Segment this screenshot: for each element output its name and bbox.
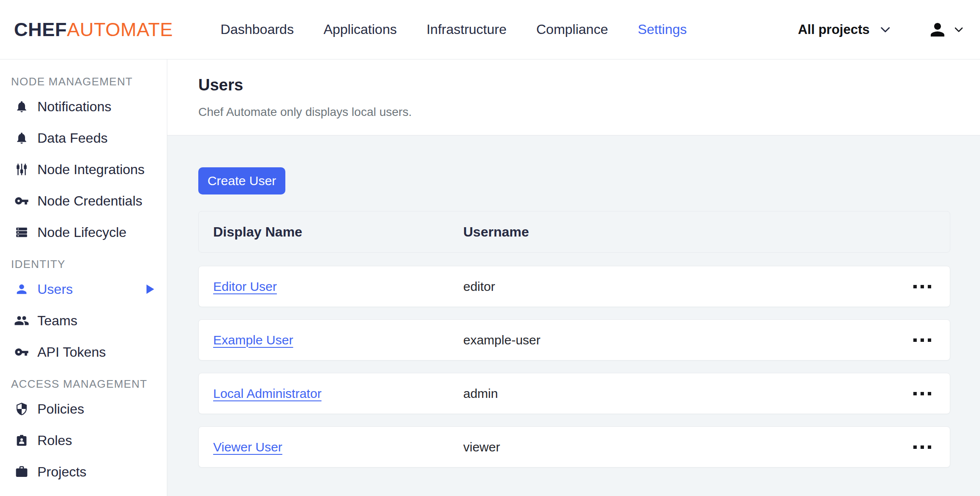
- username-cell: editor: [463, 279, 907, 294]
- row-more-actions-icon[interactable]: [912, 280, 933, 293]
- table-row: Example User example-user: [198, 319, 950, 361]
- sidebar-item-label: Users: [37, 282, 73, 297]
- nav-item-applications[interactable]: Applications: [324, 22, 397, 37]
- bell-icon: [14, 100, 30, 113]
- chef-automate-logo[interactable]: CHEFAUTOMATE: [14, 19, 173, 41]
- row-more-actions-icon[interactable]: [912, 440, 933, 454]
- sidebar-item-label: Data Feeds: [37, 130, 107, 146]
- column-header-username: Username: [463, 224, 907, 240]
- sidebar-item-node-integrations[interactable]: Node Integrations: [11, 154, 167, 185]
- top-nav: Dashboards Applications Infrastructure C…: [220, 22, 687, 37]
- active-item-arrow-icon: [146, 285, 154, 294]
- projects-filter-dropdown[interactable]: All projects: [798, 22, 890, 37]
- nav-item-settings[interactable]: Settings: [638, 22, 687, 37]
- table-row: Editor User editor: [198, 266, 950, 307]
- create-user-button[interactable]: Create User: [198, 167, 285, 194]
- nav-item-compliance[interactable]: Compliance: [536, 22, 608, 37]
- table-row: Viewer User viewer: [198, 426, 950, 468]
- column-header-display-name: Display Name: [213, 224, 463, 240]
- nav-item-infrastructure[interactable]: Infrastructure: [426, 22, 507, 37]
- sidebar-item-data-feeds[interactable]: Data Feeds: [11, 122, 167, 154]
- server-stack-icon: [14, 225, 30, 240]
- row-more-actions-icon[interactable]: [912, 387, 933, 400]
- sidebar-section-identity: IDENTITY: [11, 255, 167, 273]
- sidebar-item-users[interactable]: Users: [11, 273, 167, 305]
- chevron-down-icon: [955, 27, 963, 32]
- sidebar-item-label: Roles: [37, 433, 72, 448]
- header-right: All projects: [798, 20, 963, 40]
- username-cell: example-user: [463, 333, 907, 347]
- main-content: Users Chef Automate only displays local …: [167, 59, 980, 496]
- page-subtitle: Chef Automate only displays local users.: [198, 105, 980, 119]
- sliders-icon: [14, 162, 30, 177]
- user-link-viewer-user[interactable]: Viewer User: [213, 440, 463, 454]
- sidebar-item-policies[interactable]: Policies: [11, 393, 167, 425]
- badge-icon: [14, 434, 30, 447]
- page-head: Users Chef Automate only displays local …: [167, 59, 980, 135]
- logo-chef-text: CHEF: [14, 19, 67, 40]
- sidebar-item-projects[interactable]: Projects: [11, 456, 167, 488]
- sidebar-item-label: Node Integrations: [37, 162, 145, 178]
- projects-filter-label: All projects: [798, 22, 870, 37]
- sidebar-item-roles[interactable]: Roles: [11, 425, 167, 456]
- sidebar-item-label: Projects: [37, 464, 87, 480]
- sidebar-item-node-credentials[interactable]: Node Credentials: [11, 185, 167, 217]
- key-icon: [14, 345, 30, 359]
- users-content-area: Create User Display Name Username Editor…: [167, 135, 980, 496]
- sidebar-item-label: Policies: [37, 401, 84, 417]
- user-menu[interactable]: [927, 20, 963, 40]
- users-table-header: Display Name Username: [198, 211, 950, 253]
- logo-automate-text: AUTOMATE: [67, 19, 173, 40]
- sidebar-item-label: Notifications: [37, 99, 111, 115]
- username-cell: viewer: [463, 440, 907, 454]
- sidebar-item-api-tokens[interactable]: API Tokens: [11, 336, 167, 368]
- sidebar-item-notifications[interactable]: Notifications: [11, 91, 167, 122]
- user-link-example-user[interactable]: Example User: [213, 333, 463, 347]
- nav-item-dashboards[interactable]: Dashboards: [220, 22, 294, 37]
- page-title: Users: [198, 76, 980, 94]
- sidebar-item-label: Node Lifecycle: [37, 225, 127, 240]
- row-more-actions-icon[interactable]: [912, 333, 933, 347]
- user-link-editor-user[interactable]: Editor User: [213, 279, 463, 294]
- briefcase-icon: [14, 465, 30, 479]
- sidebar-item-label: API Tokens: [37, 344, 106, 360]
- people-icon: [14, 313, 30, 328]
- sidebar-item-label: Node Credentials: [37, 193, 142, 209]
- shield-icon: [14, 402, 30, 416]
- person-icon: [14, 282, 30, 296]
- user-link-local-administrator[interactable]: Local Administrator: [213, 386, 463, 401]
- sidebar-item-node-lifecycle[interactable]: Node Lifecycle: [11, 217, 167, 248]
- sidebar-section-access-management: ACCESS MANAGEMENT: [11, 375, 167, 393]
- sidebar-section-node-management: NODE MANAGEMENT: [11, 72, 167, 91]
- key-icon: [14, 194, 30, 208]
- sidebar-item-teams[interactable]: Teams: [11, 305, 167, 336]
- sidebar-item-label: Teams: [37, 313, 77, 329]
- app-header: CHEFAUTOMATE Dashboards Applications Inf…: [0, 0, 980, 59]
- settings-sidebar: NODE MANAGEMENT Notifications Data Feeds…: [0, 59, 167, 496]
- person-icon: [927, 20, 948, 40]
- username-cell: admin: [463, 386, 907, 401]
- bell-icon: [14, 131, 30, 145]
- chevron-down-icon: [881, 27, 890, 33]
- table-row: Local Administrator admin: [198, 373, 950, 414]
